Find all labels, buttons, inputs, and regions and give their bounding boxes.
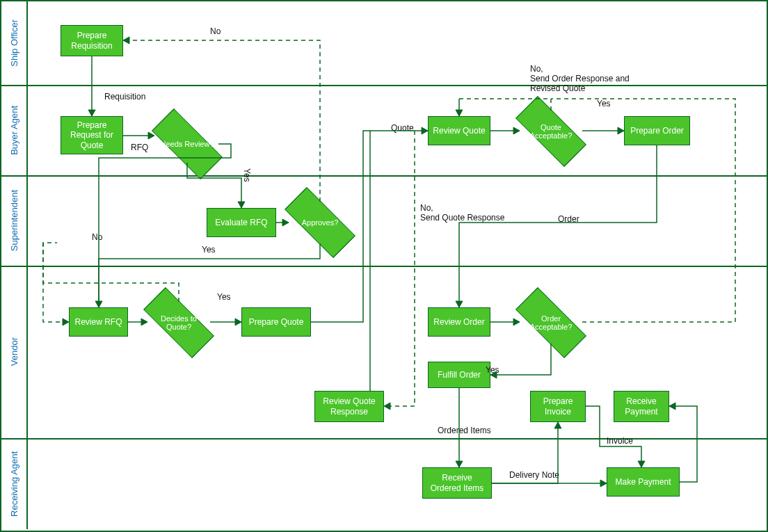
node-prepare-quote: Prepare Quote — [241, 307, 311, 337]
node-review-rfq: Review RFQ — [69, 307, 128, 337]
label-invoice: Invoice — [607, 436, 633, 446]
svg-marker-9 — [141, 319, 147, 325]
node-prepare-order: Prepare Order — [624, 116, 690, 145]
svg-marker-5 — [95, 301, 102, 307]
svg-marker-31 — [384, 403, 390, 410]
lane-buyer-agent: Buyer Agent — [1, 85, 28, 175]
label-send-or: No, Send Order Response and Revised Quot… — [530, 64, 630, 93]
svg-marker-16 — [618, 127, 624, 134]
svg-marker-19 — [513, 319, 520, 325]
node-review-quote-response: Review Quote Response — [314, 391, 384, 422]
svg-marker-17 — [456, 301, 463, 307]
node-needs-review: Needs Review? — [156, 123, 218, 165]
label-no1: No — [210, 26, 221, 36]
node-prepare-requisition: Prepare Requisition — [61, 25, 123, 56]
svg-marker-11 — [235, 319, 241, 325]
node-make-payment: Make Payment — [607, 467, 680, 497]
svg-marker-24 — [554, 422, 561, 428]
label-order: Order — [558, 214, 579, 224]
label-yes1: Yes — [242, 168, 252, 182]
node-order-acceptable: Order Acceptable? — [520, 302, 582, 344]
node-quote-acceptable: Quote Acceptable? — [520, 111, 582, 152]
label-quote: Quote — [391, 123, 414, 133]
svg-marker-25 — [638, 461, 645, 467]
label-yes5: Yes — [486, 365, 499, 375]
label-ordered-items: Ordered Items — [438, 426, 491, 435]
node-prepare-rfq: Prepare Request for Quote — [61, 116, 123, 154]
svg-marker-3 — [148, 132, 154, 139]
svg-marker-22 — [456, 461, 463, 467]
label-requisition: Requisition — [104, 92, 145, 102]
label-yes4: Yes — [597, 99, 611, 108]
node-approves: Approves? — [289, 202, 351, 243]
node-fulfill-order: Fulfill Order — [428, 362, 490, 388]
label-yes2: Yes — [202, 245, 216, 255]
svg-marker-1 — [88, 110, 95, 116]
node-review-quote: Review Quote — [428, 116, 490, 145]
svg-marker-23 — [600, 480, 607, 487]
label-send-qr: No, Send Quote Response — [420, 203, 504, 223]
label-no2: No — [92, 232, 102, 242]
lane-vendor: Vendor — [1, 266, 28, 438]
label-delivery-note: Delivery Note — [509, 470, 559, 480]
node-prepare-invoice: Prepare Invoice — [530, 391, 586, 422]
svg-marker-4 — [238, 202, 245, 208]
svg-marker-12 — [422, 127, 428, 134]
label-yes3: Yes — [217, 292, 231, 302]
lane-ship-officer: Ship Officer — [1, 1, 28, 85]
node-review-order: Review Order — [428, 307, 490, 337]
svg-marker-14 — [513, 127, 520, 134]
lane-superintendent: Superintendent — [1, 175, 28, 266]
label-rfq: RFQ — [131, 143, 148, 152]
swimlane-flowchart: Ship Officer Buyer Agent Superintendent … — [0, 0, 768, 532]
svg-marker-7 — [282, 219, 289, 226]
node-decides-quote: Decides to Quote? — [147, 302, 210, 344]
lane-receiving-agent: Receiving Agent — [1, 438, 28, 529]
svg-marker-29 — [123, 37, 129, 44]
svg-marker-30 — [63, 319, 69, 325]
node-receive-items: Receive Ordered Items — [422, 467, 492, 499]
svg-marker-28 — [456, 110, 463, 116]
svg-marker-26 — [669, 403, 675, 410]
node-evaluate-rfq: Evaluate RFQ — [207, 208, 276, 237]
node-receive-payment: Receive Payment — [614, 391, 669, 422]
